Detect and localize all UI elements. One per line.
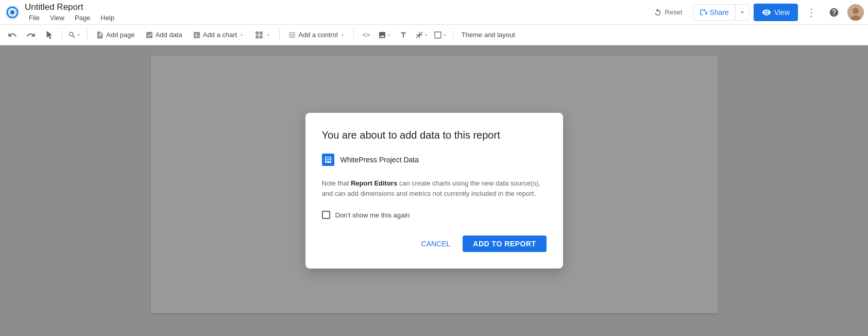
redo-button[interactable] — [23, 27, 39, 43]
community-icon — [254, 30, 264, 40]
menu-file[interactable]: File — [25, 13, 44, 23]
data-source-name: WhitePress Project Data — [341, 156, 419, 164]
line-dropdown-icon — [423, 32, 429, 38]
text-button[interactable] — [395, 27, 412, 43]
app-title[interactable]: Untitled Report — [25, 2, 118, 13]
menu-view[interactable]: View — [46, 13, 69, 23]
user-avatar[interactable] — [847, 4, 864, 21]
theme-layout-label: Theme and layout — [462, 31, 515, 39]
undo-icon — [8, 30, 17, 40]
chevron-down-icon — [739, 9, 746, 16]
line-button[interactable] — [414, 27, 430, 43]
canvas-area: You are about to add data to this report… — [0, 45, 868, 336]
share-dropdown-button[interactable] — [736, 5, 749, 20]
embed-button[interactable]: <> — [358, 27, 375, 43]
toolbar-divider-3 — [279, 29, 280, 41]
cursor-icon — [45, 31, 54, 39]
data-source-row: WhitePress Project Data — [322, 154, 547, 166]
community-button[interactable] — [250, 28, 275, 42]
add-chart-label: Add a chart — [203, 31, 237, 39]
add-page-label: Add page — [106, 31, 135, 39]
title-bar: Untitled Report File View Page Help Rese… — [0, 0, 868, 25]
image-button[interactable] — [377, 27, 393, 43]
checkbox-row[interactable]: Don't show me this again — [322, 211, 547, 219]
reset-label: Reset — [665, 8, 683, 16]
title-bar-right: Reset Share View ⋮ — [648, 3, 864, 22]
title-section: Untitled Report File View Page Help — [25, 2, 118, 23]
view-label: View — [774, 8, 790, 16]
add-data-button[interactable]: Add data — [141, 29, 186, 41]
add-page-icon — [96, 31, 104, 39]
share-label: Share — [710, 8, 729, 16]
add-control-button[interactable]: Add a control — [284, 29, 349, 41]
modal-actions: CANCEL ADD TO REPORT — [322, 236, 547, 252]
add-chart-dropdown-icon — [239, 32, 244, 38]
add-data-label: Add data — [156, 31, 182, 39]
add-control-label: Add a control — [298, 31, 338, 39]
shape-icon — [434, 31, 442, 39]
text-icon — [399, 31, 407, 39]
add-control-dropdown-icon — [340, 32, 345, 38]
eye-icon — [762, 8, 771, 17]
more-options-button[interactable]: ⋮ — [802, 3, 821, 22]
toolbar-divider-5 — [453, 29, 453, 41]
data-source-icon — [322, 154, 334, 166]
menu-bar: File View Page Help — [25, 13, 118, 23]
view-button[interactable]: View — [754, 4, 798, 21]
modal-note: Note that Report Editors can create char… — [322, 178, 547, 198]
toolbar-divider-2 — [87, 29, 88, 41]
reset-button[interactable]: Reset — [648, 5, 689, 20]
share-group: Share — [693, 4, 750, 21]
community-dropdown-icon — [266, 32, 271, 38]
svg-point-2 — [10, 10, 14, 14]
report-editors-bold: Report Editors — [351, 179, 397, 187]
image-dropdown-icon — [386, 32, 392, 38]
image-icon — [378, 31, 386, 39]
cursor-button[interactable] — [41, 27, 58, 43]
toolbar: Add page Add data Add a chart Add a cont… — [0, 25, 868, 45]
cancel-button[interactable]: CANCEL — [413, 236, 459, 252]
add-page-button[interactable]: Add page — [92, 29, 139, 41]
help-button[interactable] — [825, 3, 843, 22]
add-control-icon — [288, 31, 296, 39]
add-data-icon — [145, 31, 154, 39]
toolbar-divider-4 — [353, 29, 354, 41]
menu-help[interactable]: Help — [96, 13, 118, 23]
share-button[interactable]: Share — [693, 5, 735, 20]
reset-icon — [654, 8, 662, 16]
zoom-icon — [68, 31, 76, 39]
add-chart-button[interactable]: Add a chart — [189, 29, 249, 41]
modal-overlay: You are about to add data to this report… — [0, 45, 868, 336]
menu-page[interactable]: Page — [71, 13, 94, 23]
svg-rect-7 — [435, 32, 441, 38]
add-chart-icon — [193, 31, 201, 39]
help-icon — [829, 7, 839, 18]
share-icon — [700, 8, 708, 16]
dont-show-checkbox[interactable] — [322, 211, 330, 219]
zoom-button[interactable] — [66, 27, 83, 43]
app-logo — [4, 4, 21, 21]
shape-dropdown-icon — [442, 32, 447, 38]
dont-show-label[interactable]: Don't show me this again — [335, 211, 410, 219]
add-data-modal: You are about to add data to this report… — [305, 113, 563, 268]
redo-icon — [26, 30, 36, 40]
theme-layout-button[interactable]: Theme and layout — [457, 29, 519, 41]
line-icon — [415, 31, 423, 39]
spreadsheet-icon — [324, 156, 332, 164]
modal-title: You are about to add data to this report — [322, 129, 547, 141]
shape-button[interactable] — [432, 27, 449, 43]
undo-button[interactable] — [4, 27, 21, 43]
toolbar-divider-1 — [62, 29, 62, 41]
zoom-dropdown-icon — [76, 32, 81, 38]
add-to-report-button[interactable]: ADD TO REPORT — [463, 236, 546, 252]
svg-point-4 — [853, 8, 859, 14]
